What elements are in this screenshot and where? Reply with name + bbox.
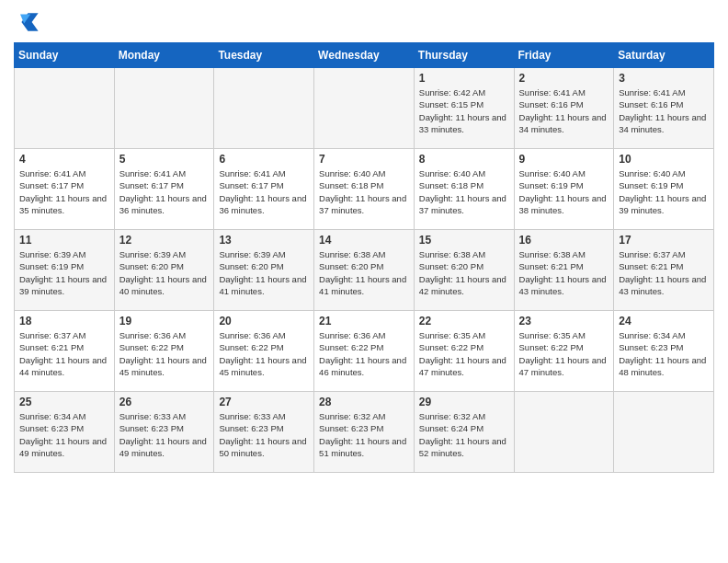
cell-info: Sunrise: 6:33 AMSunset: 6:23 PMDaylight:… xyxy=(119,410,210,459)
calendar-cell: 27Sunrise: 6:33 AMSunset: 6:23 PMDayligh… xyxy=(214,392,314,473)
calendar-cell: 18Sunrise: 6:37 AMSunset: 6:21 PMDayligh… xyxy=(15,311,115,392)
calendar-cell xyxy=(514,392,614,473)
calendar-cell: 14Sunrise: 6:38 AMSunset: 6:20 PMDayligh… xyxy=(314,230,415,311)
cell-info: Sunrise: 6:32 AMSunset: 6:24 PMDaylight:… xyxy=(419,410,509,459)
day-number: 7 xyxy=(319,153,409,166)
cell-info: Sunrise: 6:38 AMSunset: 6:20 PMDaylight:… xyxy=(419,248,509,297)
header-friday: Friday xyxy=(514,43,614,68)
logo xyxy=(14,9,43,35)
day-number: 11 xyxy=(19,234,109,247)
cell-info: Sunrise: 6:33 AMSunset: 6:23 PMDaylight:… xyxy=(219,410,309,459)
cell-info: Sunrise: 6:41 AMSunset: 6:16 PMDaylight:… xyxy=(519,86,609,135)
day-number: 14 xyxy=(319,234,409,247)
day-number: 17 xyxy=(619,234,709,247)
calendar-table: SundayMondayTuesdayWednesdayThursdayFrid… xyxy=(14,42,714,473)
week-row-2: 4Sunrise: 6:41 AMSunset: 6:17 PMDaylight… xyxy=(15,149,714,230)
calendar-cell: 1Sunrise: 6:42 AMSunset: 6:15 PMDaylight… xyxy=(414,68,514,149)
calendar-cell: 20Sunrise: 6:36 AMSunset: 6:22 PMDayligh… xyxy=(214,311,314,392)
calendar-cell: 22Sunrise: 6:35 AMSunset: 6:22 PMDayligh… xyxy=(414,311,514,392)
calendar-cell: 29Sunrise: 6:32 AMSunset: 6:24 PMDayligh… xyxy=(414,392,514,473)
cell-info: Sunrise: 6:38 AMSunset: 6:20 PMDaylight:… xyxy=(319,248,409,297)
calendar-cell: 12Sunrise: 6:39 AMSunset: 6:20 PMDayligh… xyxy=(114,230,214,311)
day-number: 25 xyxy=(19,396,109,408)
calendar-cell: 5Sunrise: 6:41 AMSunset: 6:17 PMDaylight… xyxy=(114,149,214,230)
cell-info: Sunrise: 6:41 AMSunset: 6:16 PMDaylight:… xyxy=(619,86,709,135)
day-number: 20 xyxy=(219,315,309,327)
cell-info: Sunrise: 6:36 AMSunset: 6:22 PMDaylight:… xyxy=(219,329,309,378)
calendar-cell: 10Sunrise: 6:40 AMSunset: 6:19 PMDayligh… xyxy=(614,149,714,230)
day-number: 29 xyxy=(419,396,509,408)
day-number: 2 xyxy=(519,72,609,85)
week-row-4: 18Sunrise: 6:37 AMSunset: 6:21 PMDayligh… xyxy=(15,311,714,392)
day-number: 28 xyxy=(319,396,409,408)
cell-info: Sunrise: 6:39 AMSunset: 6:20 PMDaylight:… xyxy=(119,248,210,297)
calendar-cell: 24Sunrise: 6:34 AMSunset: 6:23 PMDayligh… xyxy=(614,311,714,392)
day-number: 16 xyxy=(519,234,609,247)
calendar-cell: 4Sunrise: 6:41 AMSunset: 6:17 PMDaylight… xyxy=(15,149,115,230)
day-number: 8 xyxy=(419,153,509,166)
day-number: 19 xyxy=(119,315,210,327)
page-header xyxy=(14,9,714,35)
calendar-cell: 26Sunrise: 6:33 AMSunset: 6:23 PMDayligh… xyxy=(114,392,214,473)
calendar-cell: 19Sunrise: 6:36 AMSunset: 6:22 PMDayligh… xyxy=(114,311,214,392)
cell-info: Sunrise: 6:35 AMSunset: 6:22 PMDaylight:… xyxy=(519,329,609,378)
calendar-cell: 17Sunrise: 6:37 AMSunset: 6:21 PMDayligh… xyxy=(614,230,714,311)
day-number: 23 xyxy=(519,315,609,327)
calendar-cell: 28Sunrise: 6:32 AMSunset: 6:23 PMDayligh… xyxy=(314,392,415,473)
calendar-header-row: SundayMondayTuesdayWednesdayThursdayFrid… xyxy=(15,43,714,68)
cell-info: Sunrise: 6:39 AMSunset: 6:20 PMDaylight:… xyxy=(219,248,309,297)
logo-icon xyxy=(14,9,40,35)
calendar-cell: 13Sunrise: 6:39 AMSunset: 6:20 PMDayligh… xyxy=(214,230,314,311)
calendar-cell xyxy=(314,68,415,149)
day-number: 22 xyxy=(419,315,509,327)
calendar-cell: 9Sunrise: 6:40 AMSunset: 6:19 PMDaylight… xyxy=(514,149,614,230)
day-number: 15 xyxy=(419,234,509,247)
cell-info: Sunrise: 6:36 AMSunset: 6:22 PMDaylight:… xyxy=(119,329,210,378)
cell-info: Sunrise: 6:41 AMSunset: 6:17 PMDaylight:… xyxy=(19,167,109,216)
day-number: 1 xyxy=(419,72,509,85)
week-row-1: 1Sunrise: 6:42 AMSunset: 6:15 PMDaylight… xyxy=(15,68,714,149)
cell-info: Sunrise: 6:36 AMSunset: 6:22 PMDaylight:… xyxy=(319,329,409,378)
calendar-cell: 6Sunrise: 6:41 AMSunset: 6:17 PMDaylight… xyxy=(214,149,314,230)
day-number: 18 xyxy=(19,315,109,327)
calendar-cell: 23Sunrise: 6:35 AMSunset: 6:22 PMDayligh… xyxy=(514,311,614,392)
calendar-cell: 7Sunrise: 6:40 AMSunset: 6:18 PMDaylight… xyxy=(314,149,415,230)
day-number: 21 xyxy=(319,315,409,327)
calendar-cell xyxy=(15,68,115,149)
cell-info: Sunrise: 6:40 AMSunset: 6:18 PMDaylight:… xyxy=(419,167,509,216)
day-number: 6 xyxy=(219,153,309,166)
day-number: 13 xyxy=(219,234,309,247)
day-number: 27 xyxy=(219,396,309,408)
cell-info: Sunrise: 6:41 AMSunset: 6:17 PMDaylight:… xyxy=(219,167,309,216)
calendar-cell xyxy=(114,68,214,149)
day-number: 4 xyxy=(19,153,109,166)
day-number: 5 xyxy=(119,153,210,166)
cell-info: Sunrise: 6:38 AMSunset: 6:21 PMDaylight:… xyxy=(519,248,609,297)
week-row-3: 11Sunrise: 6:39 AMSunset: 6:19 PMDayligh… xyxy=(15,230,714,311)
calendar-cell: 25Sunrise: 6:34 AMSunset: 6:23 PMDayligh… xyxy=(15,392,115,473)
day-number: 26 xyxy=(119,396,210,408)
day-number: 3 xyxy=(619,72,709,85)
calendar-cell: 3Sunrise: 6:41 AMSunset: 6:16 PMDaylight… xyxy=(614,68,714,149)
day-number: 12 xyxy=(119,234,210,247)
calendar-cell: 15Sunrise: 6:38 AMSunset: 6:20 PMDayligh… xyxy=(414,230,514,311)
cell-info: Sunrise: 6:40 AMSunset: 6:18 PMDaylight:… xyxy=(319,167,409,216)
cell-info: Sunrise: 6:32 AMSunset: 6:23 PMDaylight:… xyxy=(319,410,409,459)
header-wednesday: Wednesday xyxy=(314,43,415,68)
header-saturday: Saturday xyxy=(614,43,714,68)
cell-info: Sunrise: 6:35 AMSunset: 6:22 PMDaylight:… xyxy=(419,329,509,378)
cell-info: Sunrise: 6:37 AMSunset: 6:21 PMDaylight:… xyxy=(619,248,709,297)
cell-info: Sunrise: 6:34 AMSunset: 6:23 PMDaylight:… xyxy=(619,329,709,378)
cell-info: Sunrise: 6:42 AMSunset: 6:15 PMDaylight:… xyxy=(419,86,509,135)
calendar-cell xyxy=(214,68,314,149)
calendar-cell: 21Sunrise: 6:36 AMSunset: 6:22 PMDayligh… xyxy=(314,311,415,392)
week-row-5: 25Sunrise: 6:34 AMSunset: 6:23 PMDayligh… xyxy=(15,392,714,473)
cell-info: Sunrise: 6:37 AMSunset: 6:21 PMDaylight:… xyxy=(19,329,109,378)
day-number: 10 xyxy=(619,153,709,166)
day-number: 24 xyxy=(619,315,709,327)
header-monday: Monday xyxy=(114,43,214,68)
header-sunday: Sunday xyxy=(15,43,115,68)
cell-info: Sunrise: 6:40 AMSunset: 6:19 PMDaylight:… xyxy=(519,167,609,216)
calendar-cell xyxy=(614,392,714,473)
cell-info: Sunrise: 6:41 AMSunset: 6:17 PMDaylight:… xyxy=(119,167,210,216)
